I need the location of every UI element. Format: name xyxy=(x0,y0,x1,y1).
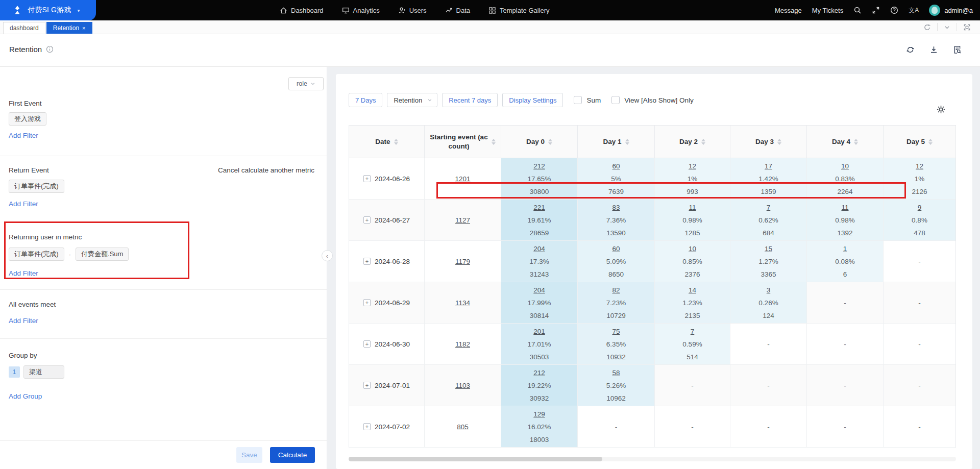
retained-count-link[interactable]: 3 xyxy=(767,284,771,297)
role-selector[interactable]: role xyxy=(288,77,324,90)
retained-count-link[interactable]: 12 xyxy=(689,160,696,172)
sort-icon[interactable] xyxy=(701,139,705,145)
retained-count-link[interactable]: 60 xyxy=(612,242,620,255)
add-group-link[interactable]: Add Group xyxy=(9,392,42,400)
sort-icon[interactable] xyxy=(928,139,933,145)
expand-row-icon[interactable]: + xyxy=(363,299,371,306)
refresh-tab-icon[interactable] xyxy=(917,23,937,31)
column-header-day-3[interactable]: Day 3 xyxy=(730,126,807,158)
fit-view-icon[interactable] xyxy=(957,23,977,31)
retained-count-link[interactable]: 83 xyxy=(612,201,620,214)
column-header-day-2[interactable]: Day 2 xyxy=(655,126,730,158)
chevron-down-icon[interactable] xyxy=(937,23,957,31)
retained-count-link[interactable]: 12 xyxy=(916,160,923,172)
sort-icon[interactable] xyxy=(394,139,398,145)
column-header-day-0[interactable]: Day 0 xyxy=(501,126,578,158)
navbar-item-analytics[interactable]: Analytics xyxy=(342,7,380,14)
retained-count-link[interactable]: 10 xyxy=(689,242,696,255)
starting-count-link[interactable]: 1201 xyxy=(455,175,470,183)
column-header-day-5[interactable]: Day 5 xyxy=(884,126,955,158)
save-button[interactable]: Save xyxy=(236,447,262,463)
navbar-item-users[interactable]: Users xyxy=(398,7,427,14)
return-event-tag[interactable]: 订单事件(完成) xyxy=(9,180,64,193)
collapse-panel-button[interactable]: ‹ xyxy=(322,250,333,261)
help-icon[interactable] xyxy=(890,6,898,14)
retained-count-link[interactable]: 11 xyxy=(841,201,848,214)
return-event-add-filter[interactable]: Add Filter xyxy=(9,200,38,208)
starting-count-link[interactable]: 1182 xyxy=(455,340,470,348)
sort-icon[interactable] xyxy=(854,139,858,145)
expand-row-icon[interactable]: + xyxy=(363,423,371,430)
navbar-item-data[interactable]: Data xyxy=(445,7,470,14)
retained-count-link[interactable]: 204 xyxy=(533,284,545,297)
days-button[interactable]: 7 Days xyxy=(349,93,382,107)
expand-row-icon[interactable]: + xyxy=(363,382,371,389)
navbar-item-template-gallery[interactable]: Template Gallery xyxy=(488,7,550,14)
retained-count-link[interactable]: 82 xyxy=(612,284,620,297)
returning-metric-field-tag[interactable]: 付费金额.Sum xyxy=(76,248,129,261)
brand-switcher[interactable]: 付费SLG游戏 ▾ xyxy=(0,0,96,20)
table-settings-gear-icon[interactable] xyxy=(936,105,946,114)
navbar-item-dashboard[interactable]: Dashboard xyxy=(280,7,324,14)
all-events-add-filter[interactable]: Add Filter xyxy=(9,317,38,325)
retained-count-link[interactable]: 9 xyxy=(918,201,922,214)
message-link[interactable]: Message xyxy=(775,7,802,14)
cancel-calculate-metric[interactable]: Cancel calculate another metric xyxy=(218,166,314,174)
username-label[interactable]: admin@a xyxy=(944,7,973,14)
sort-icon[interactable] xyxy=(548,139,552,145)
retained-count-link[interactable]: 58 xyxy=(612,366,620,379)
fullscreen-icon[interactable] xyxy=(872,6,880,14)
column-header-date[interactable]: Date xyxy=(349,126,425,158)
info-icon[interactable] xyxy=(46,45,54,53)
retained-count-link[interactable]: 212 xyxy=(533,366,545,379)
retained-count-link[interactable]: 11 xyxy=(689,201,696,214)
column-header-day-4[interactable]: Day 4 xyxy=(807,126,884,158)
display-settings-button[interactable]: Display Settings xyxy=(502,93,563,107)
translate-icon[interactable]: 文A xyxy=(909,6,919,15)
column-header-starting-event[interactable]: Starting event (account) xyxy=(425,126,501,158)
retained-count-link[interactable]: 10 xyxy=(841,160,849,172)
expand-row-icon[interactable]: + xyxy=(363,175,371,182)
starting-count-link[interactable]: 805 xyxy=(457,423,469,431)
returning-metric-event-tag[interactable]: 订单事件(完成) xyxy=(9,248,64,261)
tab-retention[interactable]: Retention× xyxy=(46,22,92,34)
retained-count-link[interactable]: 75 xyxy=(612,325,620,338)
starting-count-link[interactable]: 1127 xyxy=(455,216,470,224)
retained-count-link[interactable]: 17 xyxy=(765,160,772,172)
starting-count-link[interactable]: 1134 xyxy=(455,299,470,307)
scrollbar-thumb[interactable] xyxy=(349,457,602,461)
calculate-button[interactable]: Calculate xyxy=(270,447,315,463)
starting-count-link[interactable]: 1103 xyxy=(455,382,470,389)
sort-icon[interactable] xyxy=(777,139,781,145)
retained-count-link[interactable]: 1 xyxy=(843,242,847,255)
sync-icon[interactable] xyxy=(906,45,915,54)
retained-count-link[interactable]: 221 xyxy=(533,201,545,214)
retained-count-link[interactable]: 7 xyxy=(767,201,771,214)
expand-row-icon[interactable]: + xyxy=(363,340,371,348)
retained-count-link[interactable]: 15 xyxy=(765,242,772,255)
search-icon[interactable] xyxy=(853,6,862,14)
returning-metric-add-filter[interactable]: Add Filter xyxy=(9,269,38,277)
my-tickets-link[interactable]: My Tickets xyxy=(812,7,843,14)
date-range-button[interactable]: Recent 7 days xyxy=(442,93,498,107)
close-icon[interactable]: × xyxy=(82,26,85,31)
metric-select[interactable]: Retention xyxy=(387,93,437,107)
column-header-day-1[interactable]: Day 1 xyxy=(578,126,655,158)
sum-checkbox[interactable] xyxy=(574,96,582,104)
sort-icon[interactable] xyxy=(625,139,629,145)
sort-icon[interactable] xyxy=(492,139,496,145)
first-event-add-filter[interactable]: Add Filter xyxy=(9,132,38,139)
expand-row-icon[interactable]: + xyxy=(363,216,371,224)
retained-count-link[interactable]: 60 xyxy=(612,160,620,172)
retained-count-link[interactable]: 129 xyxy=(533,408,545,421)
group-by-tag[interactable]: 渠道 xyxy=(23,365,64,379)
first-event-tag[interactable]: 登入游戏 xyxy=(9,112,46,126)
retained-count-link[interactable]: 204 xyxy=(533,242,545,255)
save-report-icon[interactable] xyxy=(953,45,962,54)
avatar[interactable] xyxy=(929,5,940,16)
expand-row-icon[interactable]: + xyxy=(363,258,371,265)
view-only-checkbox[interactable] xyxy=(611,96,620,104)
download-icon[interactable] xyxy=(929,45,938,54)
retained-count-link[interactable]: 212 xyxy=(533,160,545,172)
retained-count-link[interactable]: 7 xyxy=(691,325,695,338)
